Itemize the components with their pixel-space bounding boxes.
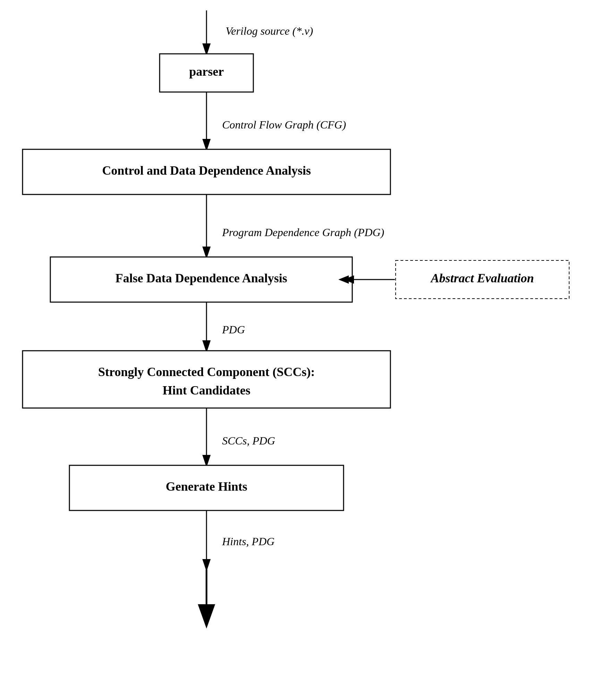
scc-box (23, 351, 390, 408)
verilog-source-label: Verilog source (*.v) (226, 25, 313, 37)
cfg-label: Control Flow Graph (CFG) (222, 118, 346, 131)
scc-label-line2: Hint Candidates (162, 383, 250, 397)
parser-label: parser (189, 65, 224, 78)
abstract-eval-label: Abstract Evaluation (430, 271, 534, 285)
pdg2-label: PDG (222, 323, 245, 336)
fdda-label: False Data Dependence Analysis (116, 271, 287, 285)
diagram-container: Verilog source (*.v) parser Control Flow… (0, 0, 616, 690)
sccs-pdg-label: SCCs, PDG (222, 434, 275, 447)
pdg1-label: Program Dependence Graph (PDG) (222, 226, 384, 239)
hints-pdg-label: Hints, PDG (222, 535, 275, 548)
cda-label: Control and Data Dependence Analysis (102, 164, 311, 177)
generate-hints-label: Generate Hints (166, 480, 247, 493)
scc-label-line1: Strongly Connected Component (SCCs): (98, 365, 315, 379)
